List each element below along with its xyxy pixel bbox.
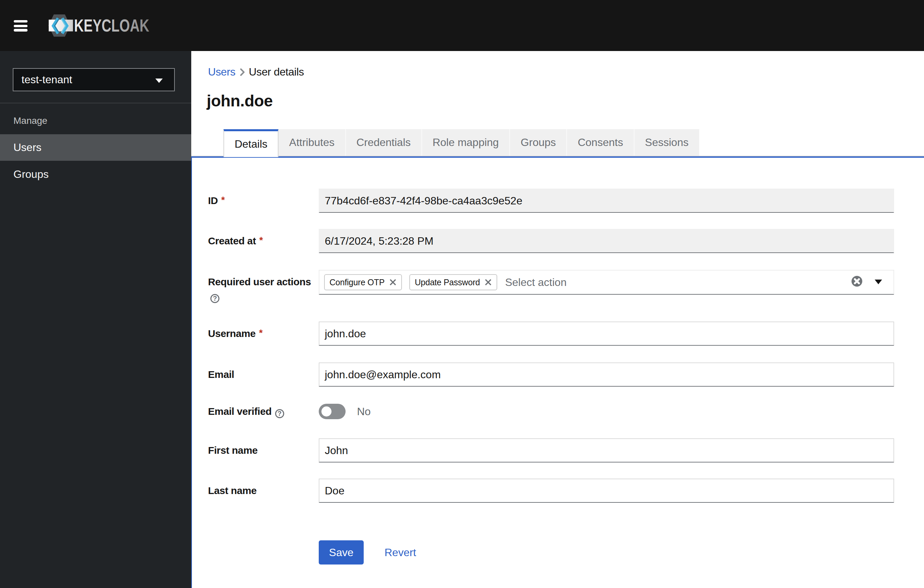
svg-text:KEYCLOAK: KEYCLOAK [74,16,149,35]
